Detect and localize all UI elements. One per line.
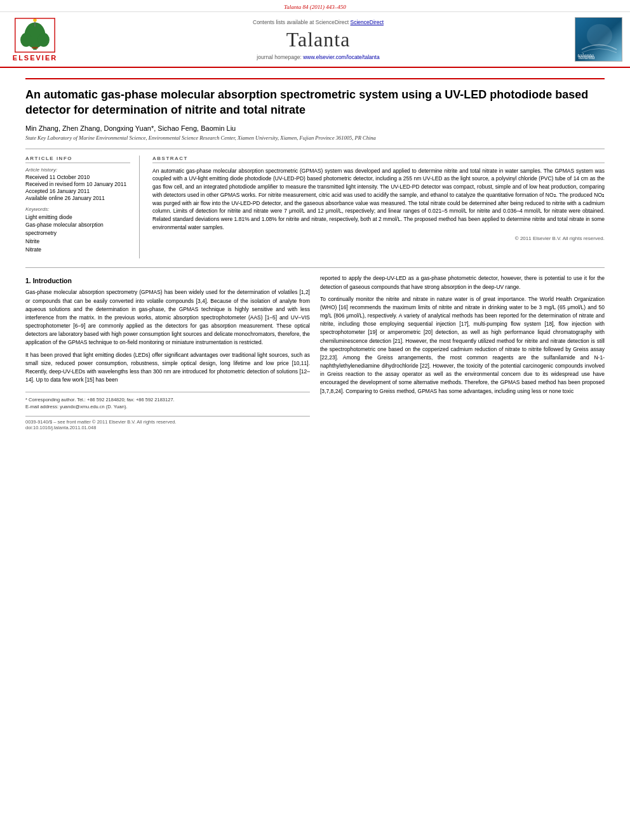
- article-authors: Min Zhang, Zhen Zhang, Dongxing Yuan*, S…: [25, 124, 605, 132]
- svg-point-3: [38, 32, 50, 46]
- elsevier-tree-icon: [13, 18, 57, 53]
- received-date: Received 11 October 2010: [25, 174, 130, 180]
- svg-point-9: [587, 24, 612, 47]
- article-info-header: ARTICLE INFO: [25, 156, 130, 163]
- journal-reference: Talanta 84 (2011) 443–450: [284, 4, 346, 10]
- intro-paragraph-1: Gas-phase molecular absorption spectrome…: [25, 288, 310, 347]
- article-info-abstract: ARTICLE INFO Article history: Received 1…: [25, 149, 605, 259]
- accepted-date: Accepted 16 January 2011: [25, 188, 130, 194]
- issn-line: 0039-9140/$ – see front matter © 2011 El…: [25, 419, 310, 425]
- journal-cover: talanta: [573, 17, 624, 62]
- svg-rect-4: [32, 46, 37, 48]
- keywords-list: Light emitting diode Gas-phase molecular…: [25, 213, 130, 254]
- svg-point-2: [20, 32, 32, 46]
- intro-paragraph-2: It has been proved that light emitting d…: [25, 351, 310, 385]
- article-history-group: Article history: Received 11 October 201…: [25, 167, 130, 201]
- article-title: An automatic gas-phase molecular absorpt…: [25, 87, 605, 118]
- intro-right-paragraph-2: To continually monitor the nitrite and n…: [320, 295, 605, 396]
- keyword-2: Gas-phase molecular absorption spectrome…: [25, 221, 130, 237]
- journal-center: Contents lists available at ScienceDirec…: [69, 17, 568, 62]
- available-date: Available online 26 January 2011: [25, 195, 130, 201]
- body-left-column: 1. Introduction Gas-phase molecular abso…: [25, 274, 310, 430]
- revised-date: Received in revised form 10 January 2011: [25, 181, 130, 187]
- abstract-header: ABSTRACT: [152, 156, 605, 163]
- footer-bar: 0039-9140/$ – see front matter © 2011 El…: [25, 416, 310, 430]
- top-bar: Talanta 84 (2011) 443–450: [0, 0, 630, 12]
- intro-right-paragraph-1: reported to apply the deep-UV-LED as a g…: [320, 274, 605, 291]
- keyword-4: Nitrate: [25, 246, 130, 254]
- elsevier-label: ELSEVIER: [13, 54, 57, 62]
- body-columns: 1. Introduction Gas-phase molecular abso…: [25, 267, 605, 430]
- contents-line: Contents lists available at ScienceDirec…: [253, 19, 384, 25]
- elsevier-logo: ELSEVIER: [6, 17, 64, 62]
- homepage-line: journal homepage: www.elsevier.com/locat…: [257, 54, 379, 60]
- corresponding-author-note: * Corresponding author. Tel.: +86 592 21…: [25, 396, 310, 403]
- abstract-text: An automatic gas-phase molecular absorpt…: [152, 167, 605, 232]
- svg-text:talanta: talanta: [579, 54, 595, 60]
- doi-line: doi:10.1016/j.talanta.2011.01.048: [25, 425, 310, 430]
- journal-name: Talanta: [286, 28, 351, 51]
- article-info-column: ARTICLE INFO Article history: Received 1…: [25, 156, 140, 259]
- keywords-group: Keywords: Light emitting diode Gas-phase…: [25, 206, 130, 254]
- article-affiliation: State Key Laboratory of Marine Environme…: [25, 135, 605, 141]
- svg-point-6: [33, 18, 37, 22]
- footer-section: * Corresponding author. Tel.: +86 592 21…: [25, 392, 310, 411]
- history-label: Article history:: [25, 167, 130, 173]
- copyright-line: © 2011 Elsevier B.V. All rights reserved…: [152, 236, 605, 241]
- introduction-title: 1. Introduction: [25, 277, 310, 284]
- keywords-label: Keywords:: [25, 206, 130, 212]
- article-title-section: An automatic gas-phase molecular absorpt…: [25, 78, 605, 141]
- abstract-column: ABSTRACT An automatic gas-phase molecula…: [152, 156, 605, 259]
- cover-image: talanta: [575, 17, 622, 62]
- journal-header: ELSEVIER Contents lists available at Sci…: [0, 12, 630, 68]
- email-note: E-mail address: yuandx@xmu.edu.cn (D. Yu…: [25, 403, 310, 410]
- article-body: An automatic gas-phase molecular absorpt…: [0, 68, 630, 443]
- keyword-3: Nitrite: [25, 237, 130, 246]
- keyword-1: Light emitting diode: [25, 213, 130, 222]
- body-right-column: reported to apply the deep-UV-LED as a g…: [320, 274, 605, 430]
